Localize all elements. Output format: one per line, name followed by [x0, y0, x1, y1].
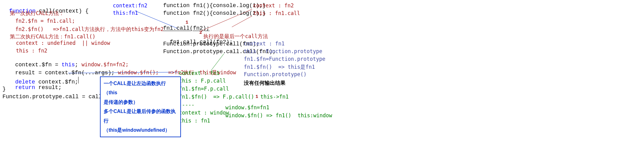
note-green-context-fn1: context : fn1 — [179, 70, 220, 76]
note-green-context-window: context : window — [179, 110, 229, 116]
code-fn1-def: function fn1(){console.log(1);} — [163, 2, 266, 9]
note-green-winfn-exec: window.$fn() => fn1() this:window — [225, 112, 332, 118]
note-green-dash: ----- — [179, 102, 194, 108]
note-green-fn1fn-eq: fn1.$fn=F.p.call — [179, 86, 229, 92]
note-context-fn2: context:fn2 — [113, 2, 148, 9]
summary-line-2: 是传递的参数） — [104, 98, 177, 107]
note-call-last: 执行的是最后一个call方法 — [203, 33, 268, 40]
note-blue-fn1fn-exec: fn1.$fn() => this是fn1 — [244, 64, 315, 71]
note-green-this-fpcall: this : F.p.call — [179, 78, 226, 84]
note-first-exec-b: fn2.$fn() =>fn1.call方法执行，方法中的this变为fn2 — [15, 26, 164, 33]
annotation-lines — [0, 0, 644, 167]
code-fn1-call-fn2: fn1.call(fn2); — [163, 25, 209, 31]
note-green-this-fn1: this : fn1 — [179, 118, 210, 124]
superscript-2: 2 — [199, 30, 202, 35]
note-first-exec-title: 第一次执行CALL方法： — [10, 10, 64, 17]
note-right-context-fn2: context : fn2 — [253, 2, 294, 9]
superscript-1b: 1 — [255, 94, 258, 99]
summary-line-4: （this是window/undefined） — [104, 126, 177, 135]
code-line-proto-assign: Function.prototype.call = call; — [2, 94, 105, 100]
note-second-exec-title: 第二次执行CALL方法：fn1.call() — [10, 33, 95, 40]
note-right-this-fn1call: this : fn1.call — [253, 10, 300, 16]
code-line-return: return result; — [9, 78, 62, 91]
note-second-exec-b: this : fn2 — [16, 48, 47, 54]
note-green-fn1fn-exec: fn1.$fn() => F.p.call() this->fn1 — [179, 94, 289, 100]
note-first-exec-a: fn2.$fn = fn1.call; — [15, 18, 75, 24]
note-blue-fp-exec: Function.prototype() — [244, 71, 307, 77]
code-fn2-def: function fn2(){console.log(2);} — [163, 10, 266, 16]
note-second-exec-a: context : undefined || window — [16, 40, 110, 46]
code-line-close-brace: } — [2, 86, 6, 92]
text-cursor — [78, 77, 79, 84]
note-no-output: 没有任何输出结果 — [244, 80, 286, 87]
summary-box: 一个CALL是让左边函数执行（this 是传递的参数） 多个CALL是让最后传参… — [100, 76, 181, 137]
svg-line-3 — [232, 16, 252, 27]
note-blue-this-fp: this : Function.prototype — [244, 48, 322, 54]
superscript-1: 1 — [186, 20, 188, 25]
summary-line-1: 一个CALL是让左边函数执行（this — [104, 79, 177, 98]
note-blue-context-fn1: context : fn1 — [244, 41, 285, 47]
summary-line-3: 多个CALL是让最后传参的函数执行 — [104, 107, 177, 126]
note-green-winfn-eq: window.$fn=fn1 — [225, 104, 269, 111]
note-this-fn1: this:fn1 — [113, 10, 138, 16]
note-blue-fn1fn-eq: fn1.$fn=Function.prototype — [244, 56, 325, 62]
